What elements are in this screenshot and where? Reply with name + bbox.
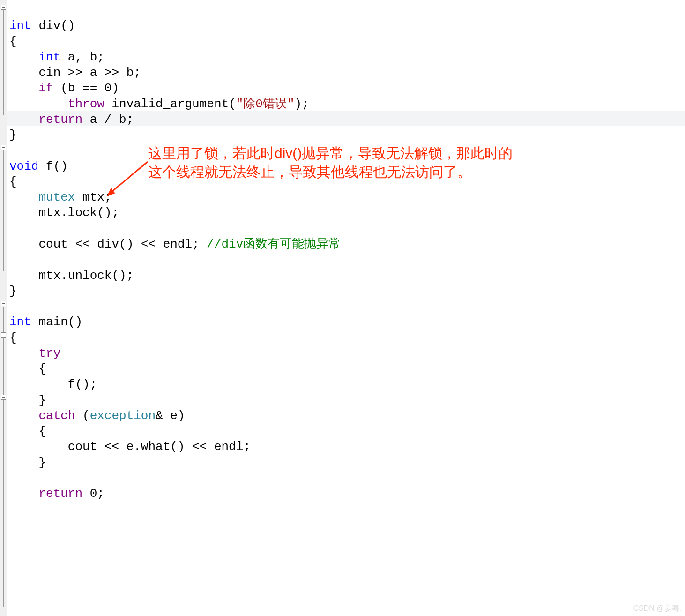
code-line: } (9, 284, 17, 298)
code-line: void f() (9, 159, 68, 173)
code-line (9, 300, 17, 314)
code-line (9, 143, 17, 158)
code-line: cout << div() << endl; //div函数有可能抛异常 (9, 237, 341, 251)
code-editor-content: int div() { int a, b; cin >> a >> b; if … (9, 3, 341, 502)
code-line: { (9, 175, 17, 189)
code-line: cout << e.what() << endl; (9, 440, 251, 454)
annotation-text: 这里用了锁，若此时div()抛异常，导致无法解锁，那此时的 这个线程就无法终止，… (148, 125, 513, 182)
code-line: } (9, 393, 46, 407)
code-line: cin >> a >> b; (9, 66, 141, 80)
code-line (9, 471, 17, 485)
code-line: } (9, 456, 46, 470)
code-line: { (9, 35, 17, 49)
code-line: { (9, 331, 17, 345)
code-line (9, 222, 17, 236)
code-line: throw invalid_argument("除0错误"); (9, 97, 309, 111)
code-line: int main() (9, 315, 82, 329)
code-line: catch (exception& e) (9, 409, 185, 423)
fold-marker[interactable] (1, 332, 6, 338)
fold-marker[interactable] (1, 145, 6, 150)
code-line: mtx.unlock(); (9, 269, 134, 283)
code-line: mutex mtx; (9, 190, 112, 204)
code-line: try (9, 346, 60, 361)
code-line: return 0; (9, 487, 104, 501)
code-line: } (9, 128, 17, 142)
fold-marker[interactable] (1, 5, 6, 10)
code-line: { (9, 424, 46, 438)
code-line (9, 253, 17, 267)
code-line: return a / b; (9, 113, 134, 127)
svg-line-0 (110, 162, 148, 193)
watermark: CSDN @姜暮. (633, 604, 681, 613)
code-line: int div() (9, 19, 75, 33)
code-line: if (b == 0) (9, 81, 119, 95)
code-line: int a, b; (9, 50, 104, 64)
annotation-arrow (105, 159, 150, 197)
fold-gutter (0, 0, 7, 616)
code-line: f(); (9, 377, 97, 391)
code-line: { (9, 362, 46, 376)
fold-marker[interactable] (1, 395, 6, 400)
code-line: mtx.lock(); (9, 206, 119, 220)
fold-marker[interactable] (1, 301, 6, 306)
